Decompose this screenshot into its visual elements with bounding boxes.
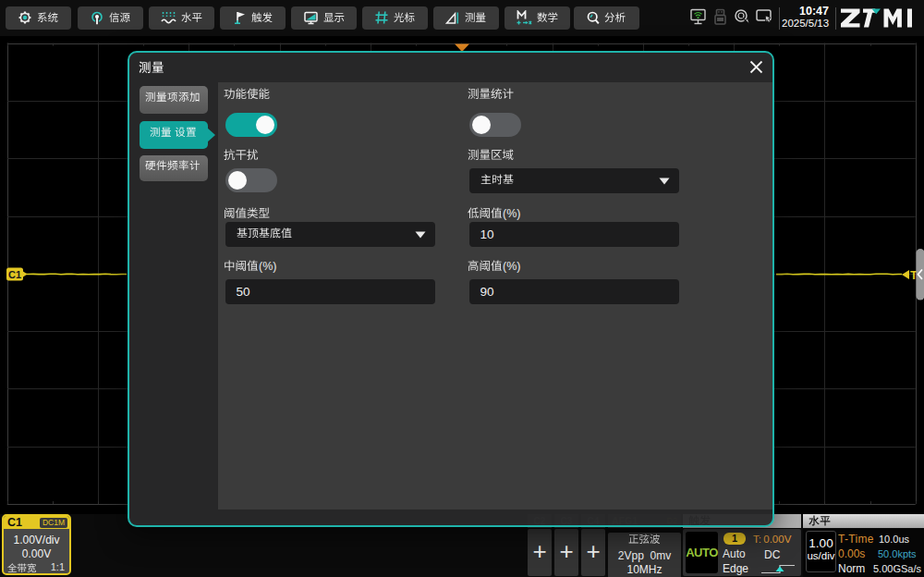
svg-text:C1: C1 [8, 269, 21, 280]
